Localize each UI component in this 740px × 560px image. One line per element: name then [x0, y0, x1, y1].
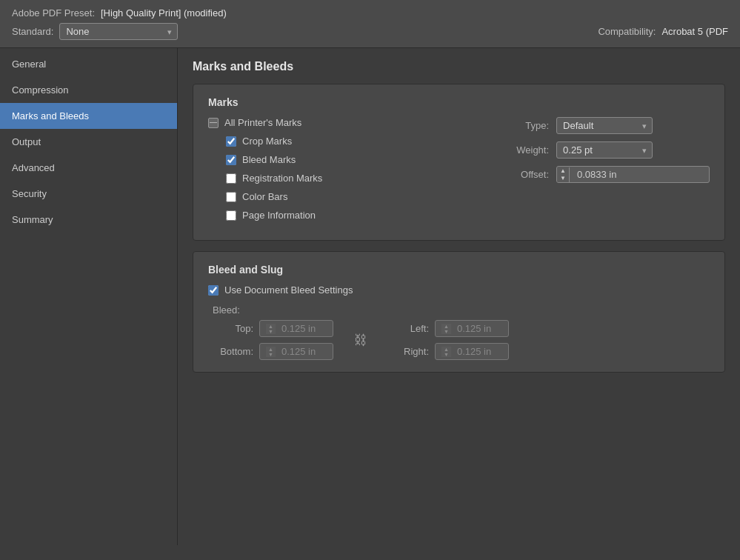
standard-select-wrapper: None PDF/X-1a:2001 PDF/X-3:2002 PDF/X-4:… [59, 23, 178, 40]
bleed-marks-checkbox[interactable] [226, 155, 236, 165]
bleed-subtitle: Bleed and Slug [208, 264, 710, 276]
compat-label: Compatibility: [598, 26, 656, 37]
color-bars-row: Color Bars [226, 191, 475, 202]
weight-select-wrapper: 0.25 pt 0.50 pt 1.00 pt [556, 141, 653, 159]
sidebar-item-general[interactable]: General [0, 51, 177, 77]
bleed-section-label: Bleed: [213, 304, 710, 316]
bleed-right-spin: ▲ ▼ [441, 347, 451, 357]
preset-label: Adobe PDF Preset: [12, 7, 95, 19]
bleed-left-label: Left: [388, 323, 429, 334]
offset-field-row: Offset: ▲ ▼ [504, 166, 710, 183]
standard-select[interactable]: None PDF/X-1a:2001 PDF/X-3:2002 PDF/X-4:… [59, 23, 178, 40]
marks-grid: All Printer's Marks Crop Marks Bleed Mar… [208, 117, 710, 228]
bleed-bottom-row: Bottom: ▲ ▼ 0.125 in [213, 343, 333, 360]
bleed-top-label: Top: [213, 323, 253, 334]
bleed-right-increment: ▲ [441, 347, 451, 352]
color-bars-label[interactable]: Color Bars [242, 191, 287, 202]
weight-label: Weight: [504, 144, 549, 156]
marks-panel: Marks All Printer's Marks Crop Marks [193, 84, 725, 241]
bleed-right-value: 0.125 in [457, 346, 491, 357]
bleed-right-input: ▲ ▼ 0.125 in [435, 343, 509, 360]
marks-settings: Type: Default J-Mark Roman Weight: [504, 117, 710, 228]
use-doc-bleed-checkbox[interactable] [208, 285, 219, 296]
offset-value-input[interactable] [570, 167, 709, 182]
crop-marks-label[interactable]: Crop Marks [242, 136, 292, 147]
use-doc-bleed-row: Use Document Bleed Settings [208, 284, 710, 296]
weight-field-row: Weight: 0.25 pt 0.50 pt 1.00 pt [504, 141, 710, 159]
bleed-panel: Bleed and Slug Use Document Bleed Settin… [193, 251, 725, 373]
bleed-top-decrement: ▼ [266, 329, 276, 334]
type-select-wrapper: Default J-Mark Roman [556, 117, 653, 134]
bleed-bottom-decrement: ▼ [266, 352, 276, 357]
page-info-label[interactable]: Page Information [242, 210, 316, 221]
bleed-marks-row: Bleed Marks [226, 154, 475, 165]
type-select[interactable]: Default J-Mark Roman [556, 117, 653, 134]
type-field-row: Type: Default J-Mark Roman [504, 117, 710, 134]
offset-decrement-button[interactable]: ▼ [557, 175, 569, 182]
sidebar-item-output[interactable]: Output [0, 129, 177, 155]
bleed-top-spin: ▲ ▼ [266, 324, 276, 334]
content-area: Marks and Bleeds Marks All Printer's Mar… [178, 48, 740, 545]
dialog-header: Adobe PDF Preset: [High Quality Print] (… [0, 0, 740, 48]
compat-value: Acrobat 5 (PDF [661, 26, 728, 37]
marks-checkboxes: All Printer's Marks Crop Marks Bleed Mar… [208, 117, 475, 228]
offset-increment-button[interactable]: ▲ [557, 167, 569, 175]
bleed-bottom-spin: ▲ ▼ [266, 347, 276, 357]
bleed-left-increment: ▲ [441, 324, 451, 329]
bleed-left-value: 0.125 in [457, 323, 491, 334]
sidebar-item-compression[interactable]: Compression [0, 77, 177, 103]
bleed-right-label: Right: [388, 346, 429, 357]
standard-label: Standard: [12, 26, 53, 37]
page-info-row: Page Information [226, 210, 475, 221]
bleed-bottom-value: 0.125 in [281, 346, 316, 357]
bleed-left-row: Left: ▲ ▼ 0.125 in [388, 320, 509, 337]
crop-marks-checkbox[interactable] [226, 136, 236, 147]
bleed-top-row: Top: ▲ ▼ 0.125 in [213, 320, 333, 337]
bleed-right-row: Right: ▲ ▼ 0.125 in [388, 343, 509, 360]
crop-marks-row: Crop Marks [226, 136, 475, 147]
sidebar: General Compression Marks and Bleeds Out… [0, 48, 178, 545]
weight-select[interactable]: 0.25 pt 0.50 pt 1.00 pt [556, 141, 653, 159]
type-label: Type: [504, 120, 549, 131]
registration-marks-row: Registration Marks [226, 173, 475, 184]
all-printers-marks-label[interactable]: All Printer's Marks [224, 117, 301, 128]
sidebar-item-marks-and-bleeds[interactable]: Marks and Bleeds [0, 103, 177, 129]
offset-spin-input: ▲ ▼ [556, 166, 710, 183]
bleed-left-decrement: ▼ [441, 329, 451, 334]
bleed-bottom-input: ▲ ▼ 0.125 in [259, 343, 333, 360]
bleed-right-decrement: ▼ [441, 352, 451, 357]
sidebar-item-advanced[interactable]: Advanced [0, 155, 177, 181]
bleed-top-increment: ▲ [266, 324, 276, 329]
preset-value: [High Quality Print] (modified) [101, 7, 227, 19]
registration-marks-checkbox[interactable] [226, 173, 236, 184]
registration-marks-label[interactable]: Registration Marks [242, 173, 322, 184]
use-doc-bleed-label[interactable]: Use Document Bleed Settings [224, 284, 353, 296]
sidebar-item-security[interactable]: Security [0, 181, 177, 207]
offset-spin-arrows: ▲ ▼ [557, 167, 570, 182]
all-printers-marks-row: All Printer's Marks [208, 117, 475, 128]
page-info-checkbox[interactable] [226, 210, 236, 221]
section-title: Marks and Bleeds [193, 60, 725, 73]
bleed-bottom-label: Bottom: [213, 346, 253, 357]
main-layout: General Compression Marks and Bleeds Out… [0, 48, 740, 545]
all-printers-marks-checkbox[interactable] [208, 118, 219, 128]
bleed-left-input: ▲ ▼ 0.125 in [435, 320, 509, 337]
bleed-bottom-increment: ▲ [266, 347, 276, 352]
offset-label: Offset: [504, 169, 549, 180]
link-icon-wrapper: ⛓ [354, 333, 367, 348]
marks-subtitle: Marks [208, 96, 710, 108]
bleed-marks-label[interactable]: Bleed Marks [242, 154, 296, 165]
bleed-left-spin: ▲ ▼ [441, 324, 451, 334]
color-bars-checkbox[interactable] [226, 192, 236, 202]
link-icon: ⛓ [354, 333, 367, 348]
bleed-top-input: ▲ ▼ 0.125 in [259, 320, 333, 337]
bleed-top-value: 0.125 in [281, 323, 316, 334]
sidebar-item-summary[interactable]: Summary [0, 207, 177, 233]
